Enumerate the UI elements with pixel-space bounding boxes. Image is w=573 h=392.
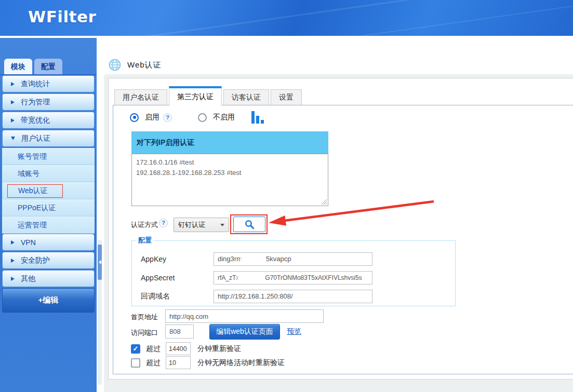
port-label: 访问端口 — [131, 328, 158, 337]
sidebar-subitem-pppoe-auth[interactable]: PPPoE认证 — [2, 199, 95, 217]
sidebar-subitem-label: 账号管理 — [18, 152, 47, 161]
bar-chart-icon[interactable] — [251, 111, 264, 124]
search-button[interactable] — [233, 217, 265, 232]
masked-text-smudge — [242, 255, 266, 262]
disable-radio[interactable] — [198, 113, 207, 122]
callback-domain-row: 回调域名 http://192.168.1.250:808/ — [141, 290, 372, 303]
page-header: Web认证 — [109, 59, 162, 71]
option-suffix: 分钟无网络活动时重新验证 — [197, 358, 285, 368]
header-streak — [95, 0, 456, 37]
appkey-value-suffix: 5kvapcp — [266, 255, 291, 263]
sidebar-subitem-label: 域账号 — [18, 169, 39, 179]
auth-method-select[interactable]: 钉钉认证 — [174, 218, 229, 232]
sidebar-subitem-account-mgmt[interactable]: 账号管理 — [2, 148, 95, 165]
masked-text-smudge — [239, 274, 265, 281]
help-icon[interactable]: ? — [159, 219, 168, 227]
sidebar-item-behavior[interactable]: 行为管理 — [2, 93, 95, 111]
sidebar-tab-modules[interactable]: 模块 — [4, 59, 32, 74]
sidebar-item-label: 安全防护 — [21, 256, 50, 265]
globe-icon — [109, 59, 121, 71]
tab-thirdparty-auth[interactable]: 第三方认证 — [169, 86, 222, 106]
sidebar-menu: 查询统计 行为管理 带宽优化 用户认证 账号管理 域账号 Web认证 PPPoE… — [2, 75, 95, 313]
appsecret-row: AppSecret rfA_zTxG70TrONMo83T5xAtXFIVLsh… — [141, 271, 372, 285]
enable-label: 启用 — [145, 113, 159, 122]
checkbox-checked[interactable] — [131, 344, 140, 354]
edit-web-auth-page-button[interactable]: 编辑web认证页面 — [209, 324, 280, 340]
sidebar-subitem-label: 运营管理 — [18, 221, 47, 230]
sidebar-subitem-label: PPPoE认证 — [18, 204, 56, 213]
sidebar-item-security[interactable]: 安全防护 — [2, 252, 95, 269]
reauth-timeout-row: 超过 分钟重新验证 — [131, 342, 241, 355]
sidebar-subitem-web-auth[interactable]: Web认证 — [2, 182, 95, 199]
callback-domain-input[interactable]: http://192.168.1.250:808/ — [214, 290, 372, 303]
chevron-right-icon — [11, 240, 15, 245]
callback-domain-label: 回调域名 — [141, 292, 214, 301]
auth-method-label: 认证方式 — [131, 220, 158, 229]
sidebar-tab-config[interactable]: 配置 — [34, 59, 62, 74]
header-streak — [261, 5, 573, 37]
sidebar-collapse-handle[interactable] — [98, 245, 102, 280]
sidebar-item-user-auth[interactable]: 用户认证 — [2, 130, 95, 147]
chevron-right-icon — [11, 277, 15, 281]
idle-minutes-input[interactable] — [166, 356, 191, 369]
appkey-value-prefix: ding3rm — [218, 255, 242, 263]
sidebar-item-bandwidth[interactable]: 带宽优化 — [2, 112, 95, 129]
sidebar-item-query-stats[interactable]: 查询统计 — [2, 75, 95, 92]
port-input[interactable] — [165, 325, 194, 339]
ip-list-header: 对下列IP启用认证 — [131, 131, 328, 154]
chevron-down-icon — [220, 224, 224, 226]
preview-link[interactable]: 预览 — [287, 327, 301, 336]
option-prefix: 超过 — [146, 358, 161, 368]
sidebar-item-label: VPN — [21, 238, 36, 247]
chevron-right-icon — [11, 82, 15, 86]
sidebar-subitem-operation-mgmt[interactable]: 运营管理 — [2, 217, 95, 234]
tab-settings[interactable]: 设置 — [271, 89, 302, 105]
tab-username-auth[interactable]: 用户名认证 — [114, 89, 167, 105]
help-icon[interactable]: ? — [163, 113, 172, 122]
app-logo: WFilter — [28, 7, 96, 26]
appsecret-input[interactable]: rfA_zTxG70TrONMo83T5xAtXFIVLshvsi5s — [214, 271, 372, 285]
sidebar-item-others[interactable]: 其他 — [2, 270, 95, 287]
auth-tabs: 用户名认证 第三方认证 访客认证 设置 — [114, 86, 302, 105]
disable-label: 不启用 — [213, 113, 235, 122]
homepage-label: 首页地址 — [131, 313, 158, 322]
sidebar-subitem-domain-account[interactable]: 域账号 — [2, 165, 95, 182]
appkey-row: AppKey ding3rm5kvapcp — [141, 252, 372, 266]
chevron-down-icon — [11, 137, 15, 140]
sidebar-item-vpn[interactable]: VPN — [2, 234, 95, 251]
page-title: Web认证 — [127, 60, 162, 70]
timeout-minutes-input[interactable] — [166, 342, 191, 355]
chevron-left-icon — [99, 260, 101, 264]
sidebar-item-label: 用户认证 — [21, 134, 50, 143]
sidebar: 模块 配置 查询统计 行为管理 带宽优化 用户认证 账号管理 域账号 Web认证 — [0, 38, 97, 392]
sidebar-item-label: 查询统计 — [21, 79, 50, 89]
config-fieldset: 配置 AppKey ding3rm5kvapcp AppSecret rfA_z… — [131, 236, 456, 306]
sidebar-item-label: 其他 — [21, 274, 35, 283]
appsecret-value-suffix: G70TrONMo83T5xAtXFIVLshvsi5s — [265, 274, 362, 281]
chevron-right-icon — [11, 100, 15, 104]
option-prefix: 超过 — [146, 344, 161, 354]
reauth-idle-row: 超过 分钟无网络活动时重新验证 — [131, 356, 285, 369]
edit-menu-button[interactable]: +编辑 — [2, 288, 95, 313]
homepage-input[interactable] — [165, 309, 324, 323]
appkey-input[interactable]: ding3rm5kvapcp — [214, 252, 372, 266]
magnifier-icon — [244, 219, 255, 229]
enable-radio[interactable] — [130, 113, 139, 122]
checkbox-unchecked[interactable] — [131, 358, 140, 368]
enable-radio-row: 启用 ? 不启用 — [130, 111, 264, 124]
sidebar-item-label: 行为管理 — [21, 98, 50, 107]
config-legend: 配置 — [136, 236, 154, 245]
auth-method-selected-value: 钉钉认证 — [178, 220, 205, 229]
callback-domain-value: http://192.168.1.250:808/ — [218, 292, 293, 300]
sidebar-subitem-label-highlighted: Web认证 — [7, 184, 63, 198]
option-suffix: 分钟重新验证 — [197, 344, 241, 354]
ip-list-textarea[interactable]: 172.16.0.1/16 #test 192.168.28.1-192.168… — [131, 154, 328, 206]
appsecret-label: AppSecret — [141, 274, 214, 282]
appsecret-value-prefix: rfA_zTx — [218, 274, 239, 281]
chevron-right-icon — [11, 259, 15, 263]
chevron-right-icon — [11, 118, 15, 123]
sidebar-tabs: 模块 配置 — [4, 59, 62, 74]
appkey-label: AppKey — [141, 255, 214, 263]
tab-guest-auth[interactable]: 访客认证 — [223, 89, 269, 105]
sidebar-item-label: 带宽优化 — [21, 116, 50, 125]
